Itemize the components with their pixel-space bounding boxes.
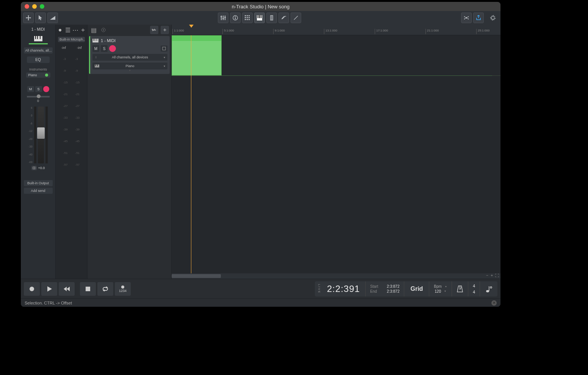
- note-value-button[interactable]: [480, 281, 497, 297]
- status-bar: Selection. CTRL -> Offset ✕: [21, 298, 500, 307]
- rewind-button[interactable]: [59, 282, 75, 296]
- track-instrument-dropdown[interactable]: Piano: [92, 63, 167, 69]
- info-button[interactable]: [230, 13, 241, 23]
- midi-track-icon: [33, 35, 44, 42]
- db-meter-scale: -3-9-15-21-27-33-39-45-51-57 -3-9-15-21-…: [56, 50, 87, 279]
- bpm-value[interactable]: 120: [435, 289, 441, 293]
- instrument-slot[interactable]: Piano: [26, 72, 50, 78]
- output-dropdown[interactable]: Built-in Output: [24, 180, 53, 186]
- share-button[interactable]: [473, 13, 484, 23]
- bpm-down-icon[interactable]: ▼: [444, 290, 446, 292]
- effects-button[interactable]: [278, 13, 289, 23]
- add-clip-icon[interactable]: ＋: [161, 26, 169, 34]
- volume-fader[interactable]: [38, 107, 44, 163]
- track-channel-dropdown[interactable]: IAll channels, all devices: [92, 54, 167, 61]
- record-arm-button[interactable]: [43, 86, 49, 92]
- track-header[interactable]: 1 - MIDI M S IAll channels, all devices …: [89, 36, 170, 74]
- grid-mode-button[interactable]: Grid: [404, 281, 429, 297]
- zoom-out-button[interactable]: −: [485, 273, 489, 278]
- channels-dropdown[interactable]: All channels, all...: [24, 47, 53, 53]
- play-button[interactable]: [41, 282, 57, 296]
- solo-button[interactable]: S: [35, 86, 42, 92]
- main-area: 1 - MIDI All channels, all... EQ Instrum…: [21, 25, 500, 279]
- ruler-tick: 25:1:000: [476, 29, 489, 34]
- track-list-panel: ▤ ＋ 1 - MIDI M S IAll channels, all devi…: [88, 25, 172, 279]
- midi-keyboard-button[interactable]: [254, 13, 265, 23]
- midi-clip[interactable]: [172, 35, 222, 75]
- svg-rect-42: [163, 47, 166, 50]
- svg-rect-21: [261, 15, 261, 18]
- timesig-denominator[interactable]: 4: [473, 290, 475, 294]
- pan-slider[interactable]: [27, 96, 50, 97]
- svg-rect-16: [247, 19, 248, 20]
- metronome-button[interactable]: [452, 281, 468, 297]
- eq-button[interactable]: EQ: [27, 56, 50, 63]
- scrollbar-thumb[interactable]: [172, 274, 221, 278]
- automation-view-icon[interactable]: [31, 166, 37, 170]
- end-value[interactable]: 2:3:872: [387, 289, 399, 293]
- track-settings-icon[interactable]: [100, 26, 107, 34]
- tuner-button[interactable]: [291, 13, 301, 23]
- svg-rect-3: [220, 16, 222, 17]
- instrument-power-icon[interactable]: [45, 74, 48, 77]
- mute-button[interactable]: M: [27, 86, 34, 92]
- status-close-button[interactable]: ✕: [491, 300, 497, 306]
- time-display[interactable]: 2:2:391: [322, 284, 365, 294]
- svg-rect-10: [247, 15, 248, 16]
- external-controller-button[interactable]: [266, 13, 277, 23]
- ruler-tick: 9:1:000: [273, 29, 285, 34]
- add-track-icon[interactable]: ＋: [80, 27, 86, 33]
- svg-rect-15: [245, 19, 246, 20]
- more-icon[interactable]: ⋯: [73, 27, 78, 33]
- zoom-fit-button[interactable]: ⛶: [494, 273, 500, 278]
- svg-rect-41: [97, 39, 97, 41]
- move-tool-button[interactable]: [23, 13, 34, 23]
- loop-button[interactable]: [97, 282, 113, 296]
- track-freeze-button[interactable]: [161, 46, 167, 52]
- svg-rect-45: [97, 64, 98, 66]
- fader-scale: 60-6-12-20-30-40-60: [29, 107, 33, 163]
- zoom-in-button[interactable]: +: [490, 273, 494, 278]
- track-mute-button[interactable]: M: [92, 45, 99, 52]
- svg-rect-4: [222, 18, 224, 19]
- track-record-button[interactable]: [109, 45, 116, 52]
- track-solo-button[interactable]: S: [101, 45, 108, 52]
- select-tool-button[interactable]: [35, 13, 46, 23]
- time-ruler[interactable]: 1:1:000 5:1:000 9:1:000 13:1:000 17:1:00…: [172, 28, 500, 35]
- list-view-icon[interactable]: ☰: [65, 27, 70, 33]
- settings-button[interactable]: [488, 13, 498, 23]
- svg-rect-31: [35, 36, 36, 39]
- track-lane-highlight: [172, 75, 492, 76]
- clip-header[interactable]: [172, 36, 221, 41]
- start-value[interactable]: 2:3:872: [387, 284, 399, 289]
- svg-rect-33: [40, 36, 41, 39]
- svg-rect-1: [223, 16, 224, 20]
- playhead-marker-icon[interactable]: [189, 25, 194, 28]
- record-button[interactable]: [24, 282, 40, 296]
- bpm-label: Bpm: [434, 284, 442, 289]
- timeline-panel: 1:1:000 5:1:000 9:1:000 13:1:000 17:1:00…: [172, 25, 500, 279]
- input-device-dropdown[interactable]: Built-in Microph...: [58, 37, 85, 42]
- step-sequencer-button[interactable]: [242, 13, 253, 23]
- peak-left: -inf: [61, 46, 66, 50]
- fade-tool-button[interactable]: [47, 13, 58, 23]
- mixer-button[interactable]: [218, 13, 228, 23]
- add-send-button[interactable]: Add send: [24, 188, 53, 194]
- svg-rect-5: [224, 17, 226, 18]
- channel-strip-panel: ● ☰ ⋯ ＋ Built-in Microph... -inf -inf -3…: [56, 25, 88, 279]
- track-color-bar: [29, 43, 48, 44]
- track-collapse-icon[interactable]: ▤: [90, 26, 97, 34]
- stop-button[interactable]: [80, 282, 96, 296]
- metronome-count-button[interactable]: 1234: [115, 282, 131, 296]
- record-mode-icon[interactable]: ●: [58, 27, 63, 33]
- horizontal-scrollbar[interactable]: − + ⛶: [172, 273, 500, 279]
- ai-tools-button[interactable]: [461, 13, 472, 23]
- live-indicator[interactable]: LIVE: [315, 284, 322, 293]
- playhead-line[interactable]: [191, 35, 191, 273]
- arrangement-area[interactable]: [172, 35, 500, 273]
- timesig-numerator[interactable]: 4: [473, 284, 475, 288]
- waveform-view-icon[interactable]: [150, 26, 158, 34]
- marker-ruler[interactable]: [172, 25, 500, 28]
- track-resize-handle[interactable]: ▾: [92, 69, 167, 72]
- bpm-up-icon[interactable]: ▲: [445, 285, 447, 287]
